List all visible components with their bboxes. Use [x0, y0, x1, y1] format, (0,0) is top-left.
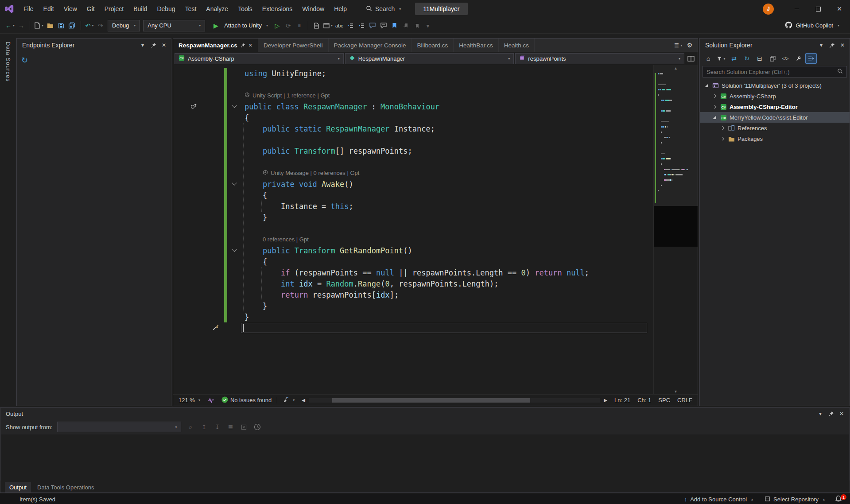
refresh-icon[interactable]: ↻ — [741, 53, 753, 64]
github-copilot-button[interactable]: GitHub Copilot ▾ — [785, 21, 839, 30]
tree-item[interactable]: Solution '11Multiplayer' (3 of 3 project… — [700, 80, 850, 91]
code-row[interactable]: return respawnPoints[idx]; — [173, 289, 653, 300]
code-row[interactable]: if (respawnPoints == null || respawnPoin… — [173, 267, 653, 278]
tab-healthbar.cs[interactable]: HealthBar.cs — [454, 39, 499, 52]
close-icon[interactable]: ✕ — [837, 40, 848, 50]
comment-selection-icon[interactable] — [367, 20, 378, 31]
code-row[interactable]: using UnityEngine; — [173, 68, 653, 79]
menu-file[interactable]: File — [19, 0, 39, 18]
scroll-right-icon[interactable]: ▶ — [600, 395, 611, 406]
expand-chevron-icon[interactable] — [721, 137, 724, 140]
code-row[interactable]: { — [173, 256, 653, 267]
file-properties-icon[interactable] — [311, 20, 322, 31]
code-row[interactable]: public Transform[] respawnPoints; — [173, 145, 653, 156]
scroll-left-icon[interactable]: ◀ — [298, 395, 309, 406]
decrease-indent-icon[interactable] — [345, 20, 356, 31]
menu-help[interactable]: Help — [329, 0, 352, 18]
next-message-icon[interactable]: ↧ — [212, 422, 223, 432]
properties-icon[interactable] — [767, 53, 778, 64]
code-row[interactable]: { — [173, 112, 653, 123]
notifications-button[interactable]: 1 — [831, 493, 850, 504]
bookmark-icon[interactable] — [389, 20, 400, 31]
code-row[interactable] — [173, 156, 653, 167]
code-row[interactable]: Unity Script | 1 reference | Gpt — [173, 90, 653, 101]
home-icon[interactable]: ⌂ — [703, 53, 714, 64]
toolbar-overflow-icon[interactable]: ▾ — [423, 20, 433, 31]
split-window-icon[interactable] — [686, 53, 696, 64]
menu-edit[interactable]: Edit — [39, 0, 59, 18]
find-message-icon[interactable]: ⌕ — [186, 422, 196, 432]
navigate-back-icon[interactable]: ←▾ — [4, 20, 16, 31]
add-to-source-control-button[interactable]: ↑ Add to Source Control ▴ — [679, 493, 759, 504]
code-row[interactable]: { — [173, 190, 653, 201]
code-row[interactable]: } — [173, 300, 653, 311]
tab-settings-gear-icon[interactable]: ⚙ — [684, 39, 695, 51]
close-icon[interactable]: ✕ — [159, 40, 169, 50]
undo-icon[interactable]: ↶▾ — [84, 20, 95, 31]
zoom-level-dropdown[interactable]: 121 % ▾ — [175, 395, 204, 406]
menu-git[interactable]: Git — [82, 0, 100, 18]
fold-chevron-icon[interactable] — [227, 183, 241, 185]
scrollbar-thumb[interactable] — [332, 398, 530, 403]
code-row[interactable]: int idx = Random.Range(0, respawnPoints.… — [173, 278, 653, 289]
filter-icon[interactable]: ▾ — [715, 53, 727, 64]
output-tab-output[interactable]: Output — [5, 482, 31, 492]
code-row[interactable] — [173, 322, 653, 333]
member-dropdown[interactable]: respawnPoints ▾ — [515, 53, 684, 64]
code-editor[interactable]: using UnityEngine;Unity Script | 1 refer… — [173, 65, 653, 394]
hot-reload-icon[interactable]: ⟳ — [283, 20, 294, 31]
uncomment-selection-icon[interactable] — [378, 20, 389, 31]
expand-chevron-icon[interactable] — [713, 94, 716, 98]
track-active-item-icon[interactable] — [805, 53, 817, 64]
menu-window[interactable]: Window — [297, 0, 329, 18]
sync-with-active-document-icon[interactable]: ⇄ — [728, 53, 740, 64]
menu-tools[interactable]: Tools — [233, 0, 257, 18]
pin-icon[interactable] — [827, 40, 837, 50]
tab-respawnmanager.cs[interactable]: RespawnManager.cs✕ — [173, 39, 258, 52]
output-tab-data-tools-operations[interactable]: Data Tools Operations — [33, 482, 98, 492]
break-all-icon[interactable]: ⏸ — [294, 20, 305, 31]
column-indicator[interactable]: Ch: 1 — [634, 395, 655, 406]
current-line-box[interactable] — [241, 323, 647, 333]
active-files-list-icon[interactable]: ≣▾ — [673, 39, 683, 51]
scroll-down-icon[interactable]: ▾ — [675, 389, 677, 394]
collapse-triangle-icon[interactable] — [705, 84, 708, 87]
expand-chevron-icon[interactable] — [713, 105, 716, 109]
close-icon[interactable]: ✕ — [836, 409, 847, 419]
fold-chevron-icon[interactable] — [227, 250, 241, 251]
open-file-icon[interactable] — [45, 20, 55, 31]
attach-to-unity-button[interactable]: ▶ Attach to Unity ▾ — [207, 20, 272, 31]
minimap[interactable]: ▴ ▾ — [653, 65, 698, 394]
type-dropdown[interactable]: RespawnManager ▾ — [345, 53, 514, 64]
menu-build[interactable]: Build — [128, 0, 152, 18]
menu-extensions[interactable]: Extensions — [257, 0, 297, 18]
scrollbar-track[interactable] — [309, 398, 600, 403]
search-box[interactable]: Search ▾ — [361, 4, 405, 15]
collapse-triangle-icon[interactable] — [713, 116, 716, 119]
increase-indent-icon[interactable] — [356, 20, 367, 31]
spell-check-icon[interactable]: abc — [334, 20, 345, 31]
clear-all-icon[interactable] — [239, 422, 249, 432]
menu-test[interactable]: Test — [180, 0, 202, 18]
start-without-debugging-icon[interactable]: ▷ — [272, 20, 283, 31]
scroll-up-icon[interactable]: ▴ — [675, 66, 677, 70]
pin-icon[interactable] — [241, 43, 245, 48]
menu-project[interactable]: Project — [100, 0, 129, 18]
code-row[interactable]: Instance = this; — [173, 201, 653, 212]
codelens-indicator[interactable]: Unity Script | 1 reference | Gpt — [241, 92, 653, 99]
pin-icon[interactable] — [826, 409, 836, 419]
panel-menu-icon[interactable]: ▾ — [815, 409, 826, 419]
tree-item[interactable]: References — [700, 123, 850, 133]
minimize-button[interactable]: ─ — [786, 0, 807, 18]
previous-message-icon[interactable]: ↥ — [199, 422, 210, 432]
new-project-icon[interactable]: ▾ — [33, 20, 44, 31]
tree-item[interactable]: C#Assembly-CSharp-Editor — [700, 101, 850, 112]
editor-health-icon[interactable] — [204, 395, 218, 406]
word-wrap-icon[interactable]: ≣ — [225, 422, 236, 432]
output-log[interactable] — [1, 434, 849, 481]
code-row[interactable]: 0 references | Gpt — [173, 234, 653, 245]
horizontal-scrollbar[interactable]: ◀ ▶ — [298, 395, 611, 406]
line-indicator[interactable]: Ln: 21 — [611, 395, 634, 406]
code-row[interactable] — [173, 79, 653, 90]
data-sources-tab[interactable]: Data Sources — [0, 38, 16, 406]
